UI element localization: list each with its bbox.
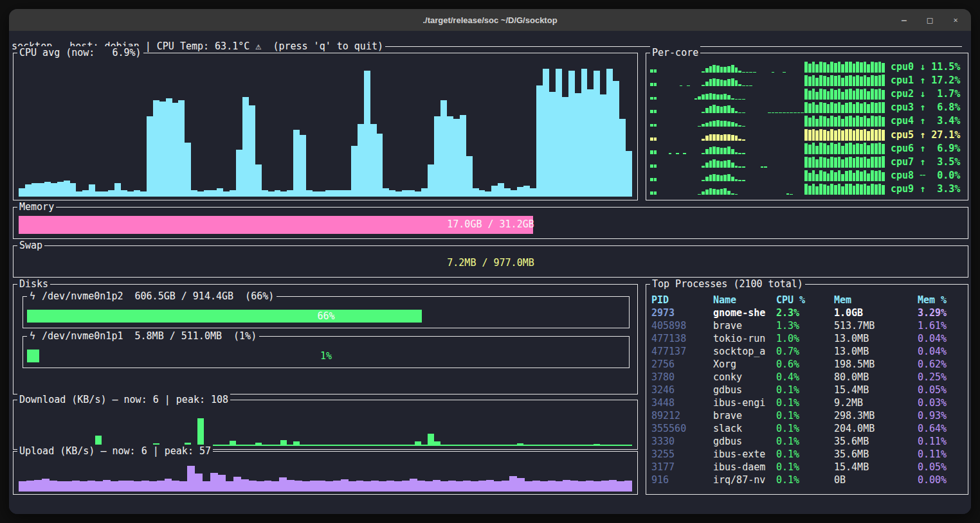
chart-bar bbox=[735, 111, 738, 114]
chart-bar bbox=[720, 80, 723, 86]
window-title: ./target/release/soc ~/D/G/socktop bbox=[422, 15, 557, 25]
process-cell-mem_pct: 0.11% bbox=[918, 448, 965, 461]
chart-bar bbox=[812, 143, 815, 154]
process-cell-mem: 35.6MB bbox=[834, 435, 918, 448]
process-cell-pid: 3177 bbox=[651, 461, 713, 474]
chart-bar bbox=[841, 119, 844, 127]
percore-label: cpu7 ↑ 3.5% bbox=[891, 156, 964, 168]
chart-bar bbox=[834, 103, 837, 114]
chart-bar bbox=[871, 129, 874, 140]
percore-label: cpu2 ↓ 1.7% bbox=[891, 88, 964, 100]
chart-bar bbox=[738, 84, 741, 86]
chart-bar bbox=[705, 136, 709, 140]
chart-bar bbox=[249, 445, 255, 446]
chart-bar bbox=[456, 481, 464, 492]
process-cell-name: ibus-daem bbox=[713, 461, 776, 474]
chart-bar bbox=[786, 193, 790, 195]
chart-bar bbox=[871, 89, 874, 100]
chart-bar bbox=[727, 95, 730, 100]
chart-bar bbox=[845, 129, 848, 140]
chart-bar bbox=[738, 71, 741, 73]
chart-bar bbox=[723, 188, 727, 195]
swap-gauge-label: 7.2MB / 977.0MB bbox=[19, 254, 963, 272]
chart-bar bbox=[716, 106, 720, 114]
chart-bar bbox=[606, 445, 613, 446]
chart-bar bbox=[319, 191, 325, 197]
chart-bar bbox=[856, 143, 859, 154]
chart-bar bbox=[720, 135, 723, 141]
chart-bar bbox=[687, 85, 690, 86]
maximize-button[interactable]: □ bbox=[925, 15, 935, 25]
chart-bar bbox=[878, 89, 882, 100]
chart-bar bbox=[761, 166, 764, 167]
chart-bar bbox=[709, 188, 712, 195]
chart-bar bbox=[478, 481, 486, 492]
chart-bar bbox=[830, 75, 833, 86]
chart-bar bbox=[749, 85, 752, 86]
chart-bar bbox=[841, 174, 844, 181]
chart-bar bbox=[650, 97, 653, 100]
chart-bar bbox=[153, 100, 159, 197]
chart-bar bbox=[702, 180, 705, 181]
chart-bar bbox=[845, 157, 848, 168]
chart-bar bbox=[871, 75, 874, 86]
chart-bar bbox=[712, 121, 716, 127]
process-cell-name: gnome-she bbox=[713, 306, 776, 319]
chart-bar bbox=[735, 179, 738, 181]
chart-bar bbox=[823, 172, 826, 181]
chart-bar bbox=[871, 116, 874, 127]
chart-bar bbox=[819, 102, 822, 113]
chart-bar bbox=[540, 481, 548, 492]
chart-bar bbox=[838, 102, 841, 113]
process-cell-name: brave bbox=[713, 409, 776, 422]
chart-bar bbox=[386, 481, 394, 492]
chart-bar bbox=[794, 112, 797, 113]
process-cell-pid: 2756 bbox=[651, 358, 713, 371]
chart-bar bbox=[720, 94, 723, 100]
chart-bar bbox=[111, 481, 118, 492]
chart-bar bbox=[723, 121, 727, 127]
minimize-button[interactable]: – bbox=[899, 15, 909, 25]
chart-bar bbox=[864, 129, 867, 140]
chart-bar bbox=[864, 75, 867, 86]
chart-bar bbox=[705, 177, 709, 181]
process-cell-pid: 405898 bbox=[651, 319, 713, 332]
chart-bar bbox=[383, 188, 389, 197]
chart-bar bbox=[875, 184, 878, 195]
window-controls: – □ ✕ bbox=[899, 9, 961, 31]
chart-bar bbox=[471, 481, 478, 492]
chart-bar bbox=[742, 153, 745, 154]
chart-bar bbox=[864, 62, 867, 73]
close-button[interactable]: ✕ bbox=[950, 15, 961, 24]
chart-bar bbox=[735, 123, 738, 127]
chart-bar bbox=[709, 121, 712, 127]
chart-bar bbox=[882, 102, 885, 114]
chart-bar bbox=[808, 76, 812, 86]
chart-bar bbox=[860, 76, 863, 86]
chart-bar bbox=[841, 186, 844, 195]
process-cell-mem_pct: 3.29% bbox=[918, 306, 965, 319]
chart-bar bbox=[287, 445, 293, 446]
process-cell-mem: 9.2MB bbox=[834, 396, 918, 409]
chart-bar bbox=[705, 82, 709, 87]
chart-bar bbox=[878, 129, 882, 140]
percore-label: cpu1 ↑ 17.2% bbox=[891, 75, 964, 86]
chart-bar bbox=[875, 116, 878, 127]
chart-bar bbox=[606, 69, 613, 197]
chart-bar bbox=[594, 481, 601, 492]
chart-bar bbox=[841, 92, 844, 100]
chart-bar bbox=[849, 89, 852, 100]
app-window: ./target/release/soc ~/D/G/socktop – □ ✕… bbox=[9, 9, 971, 514]
chart-bar bbox=[808, 118, 812, 127]
chart-bar bbox=[727, 146, 730, 154]
chart-bar bbox=[709, 93, 712, 100]
chart-bar bbox=[823, 103, 826, 113]
chart-bar bbox=[838, 75, 841, 86]
chart-bar bbox=[306, 445, 313, 446]
chart-bar bbox=[325, 445, 332, 446]
app-header: socktop — host: debian | CPU Temp: 63.1°… bbox=[12, 40, 962, 53]
chart-bar bbox=[830, 89, 833, 100]
chart-bar bbox=[712, 134, 716, 141]
percore-sparkline bbox=[650, 143, 885, 154]
processes-title: Top Processes (2100 total) bbox=[650, 278, 805, 290]
